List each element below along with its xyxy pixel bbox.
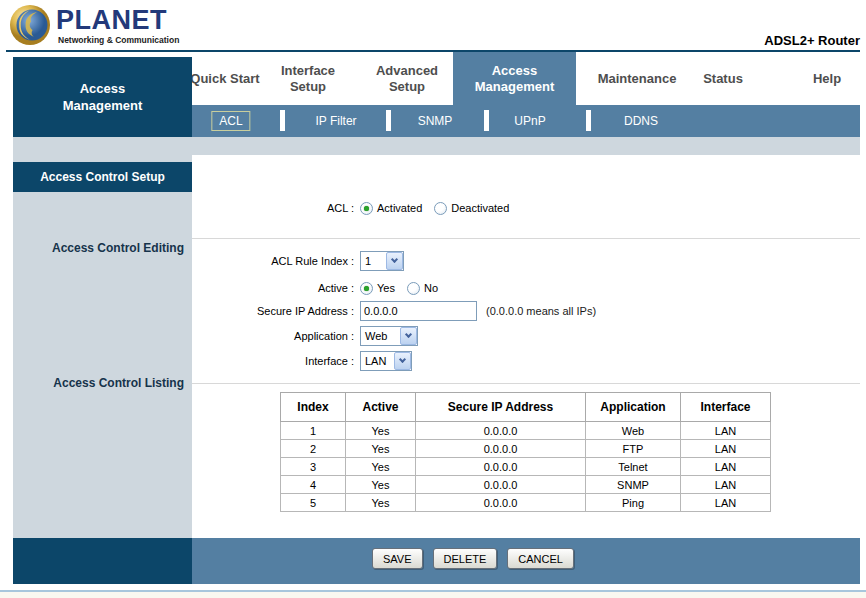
active-label: Active : [192,282,360,294]
acl-deactivated-radio[interactable] [434,202,447,215]
rule-index-row: ACL Rule Index : 1 [192,250,404,272]
section-access-control-listing: Access Control Listing [13,376,184,390]
brand-name: PLANET [56,5,167,36]
col-active: Active [346,393,416,422]
subnav-separator [280,110,285,131]
application-select[interactable]: Web [360,326,418,346]
subnav-item-upnp[interactable]: UPnP [507,112,552,130]
product-name: ADSL2+ Router [764,33,860,48]
table-header-row: Index Active Secure IP Address Applicati… [281,393,771,422]
section-access-control-setup: Access Control Setup [13,162,192,192]
chevron-down-icon [400,327,417,345]
acl-label: ACL : [192,202,360,214]
tab-help[interactable]: Help [797,52,857,105]
rule-index-select[interactable]: 1 [360,251,404,271]
section-access-control-editing: Access Control Editing [13,241,184,255]
active-row: Active : Yes No [192,277,450,299]
sidebar: Access Control Setup Access Control Edit… [13,155,192,538]
tab-maintenance[interactable]: Maintenance [592,52,682,105]
footer-left-panel [13,538,192,584]
table-row: 2Yes 0.0.0.0FTP LAN [281,440,771,458]
cancel-button[interactable]: CANCEL [507,548,574,569]
acl-row: ACL : Activated Deactivated [192,197,521,219]
delete-button[interactable]: DELETE [433,548,498,569]
application-label: Application : [192,330,360,342]
tab-access-management[interactable]: Access Management [453,52,576,105]
table-row: 1Yes 0.0.0.0Web LAN [281,422,771,440]
tab-quick-start[interactable]: Quick Start [190,52,260,105]
content-divider [192,383,860,384]
page-bottom-margin [0,592,866,598]
col-secure-ip: Secure IP Address [416,393,586,422]
planet-globe-icon [8,2,54,48]
chevron-down-icon [394,352,411,370]
interface-row: Interface : LAN [192,350,412,372]
save-button[interactable]: SAVE [372,548,423,569]
application-row: Application : Web [192,325,418,347]
access-control-table: Index Active Secure IP Address Applicati… [280,392,771,512]
subnav-bar: ACL IP Filter SNMP UPnP DDNS [192,105,860,137]
secure-ip-input[interactable] [360,301,477,321]
acl-deactivated-label: Deactivated [451,202,509,214]
interface-label: Interface : [192,355,360,367]
router-admin-page: PLANET Networking & Communication ADSL2+… [0,0,866,598]
chevron-down-icon [386,252,403,270]
footer-buttons: SAVE DELETE CANCEL [372,548,574,569]
acl-activated-radio[interactable] [360,202,373,215]
acl-activated-label: Activated [377,202,422,214]
subnav-item-acl[interactable]: ACL [211,111,250,131]
subnav-item-snmp[interactable]: SNMP [411,112,460,130]
secure-ip-label: Secure IP Address : [192,305,360,317]
col-index: Index [281,393,346,422]
content-divider [192,238,860,239]
table-row: 5Yes 0.0.0.0Ping LAN [281,494,771,512]
secure-ip-row: Secure IP Address : (0.0.0.0 means all I… [192,300,596,322]
rule-index-label: ACL Rule Index : [192,255,360,267]
brand-tagline: Networking & Communication [58,35,179,45]
table-row: 3Yes 0.0.0.0Telnet LAN [281,458,771,476]
subnav-separator [386,110,391,131]
table-row: 4Yes 0.0.0.0SNMP LAN [281,476,771,494]
active-no-label: No [424,282,438,294]
col-application: Application [586,393,681,422]
tab-status[interactable]: Status [688,52,758,105]
planet-logo: PLANET Networking & Communication [8,1,208,49]
tab-advanced-setup[interactable]: Advanced Setup [370,52,444,105]
active-yes-label: Yes [377,282,395,294]
subnav-separator [586,110,591,131]
secure-ip-hint: (0.0.0.0 means all IPs) [486,305,596,317]
active-no-radio[interactable] [407,282,420,295]
active-yes-radio[interactable] [360,282,373,295]
subnav-item-ddns[interactable]: DDNS [617,112,665,130]
subnav-separator [484,110,489,131]
interface-select[interactable]: LAN [360,351,412,371]
spacer-strip [13,137,860,155]
subnav-item-ip-filter[interactable]: IP Filter [308,112,363,130]
sidebar-title: Access Management [13,57,192,137]
col-interface: Interface [681,393,771,422]
tab-interface-setup[interactable]: Interface Setup [272,52,344,105]
